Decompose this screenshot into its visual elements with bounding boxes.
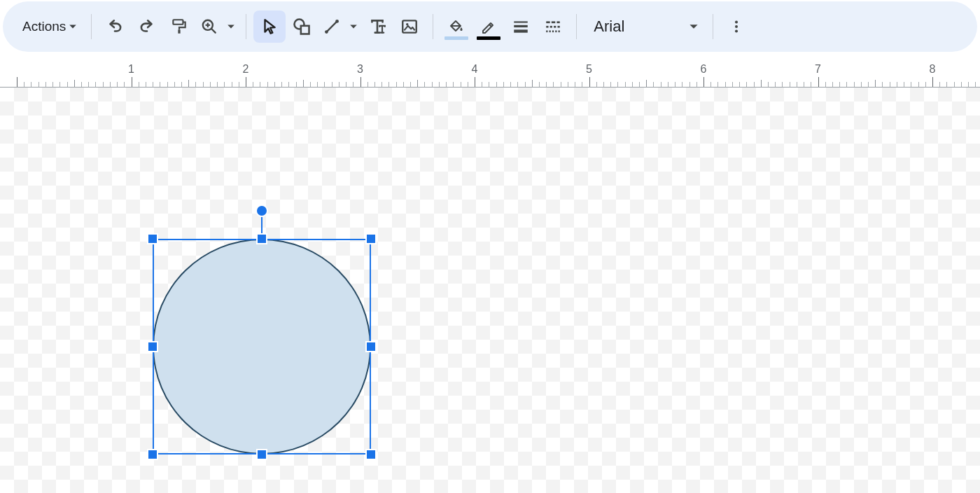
zoom-dropdown[interactable] [223,11,239,43]
resize-handle-s[interactable] [256,449,267,460]
ruler-tick [954,82,955,87]
ruler-tick [482,82,482,87]
resize-handle-sw[interactable] [147,449,158,460]
border-color-button[interactable] [472,11,505,43]
ruler-tick [475,77,475,87]
line-tool-button[interactable] [318,11,346,43]
ruler-tick [224,82,225,87]
caret-down-icon [349,22,358,31]
ruler-tick [617,82,618,87]
ruler-label: 5 [586,63,592,76]
undo-button[interactable] [99,11,131,43]
border-weight-button[interactable] [505,11,537,43]
ruler-tick [718,82,718,87]
ruler-tick [868,82,869,87]
ruler-tick [403,82,404,87]
line-dash-icon [543,18,563,36]
ruler-tick [503,82,504,87]
ruler-label: 6 [701,63,707,76]
paint-roller-icon [170,18,188,36]
ruler-tick [260,82,260,87]
svg-rect-24 [557,21,560,23]
ruler-tick [17,77,18,87]
ruler-tick [582,82,582,87]
fill-color-swatch [444,36,468,40]
ruler-tick [324,82,325,87]
ruler-tick [768,82,769,87]
ruler-label: 1 [128,63,134,76]
resize-handle-se[interactable] [365,449,377,460]
resize-handle-e[interactable] [365,341,377,352]
ruler-tick [167,82,168,87]
svg-point-36 [735,29,738,32]
redo-button[interactable] [131,11,163,43]
ruler-tick [153,82,153,87]
horizontal-ruler[interactable]: 12345678 [0,60,980,88]
ruler-tick [661,82,662,87]
rotation-handle[interactable] [255,204,268,217]
ruler-tick [95,82,96,87]
text-box-button[interactable] [361,11,393,43]
ruler-tick [489,82,489,87]
ruler-tick [696,82,697,87]
ruler-tick [539,82,540,87]
toolbar-separator [91,14,92,39]
svg-rect-32 [556,30,557,32]
ruler-label: 4 [472,63,478,76]
actions-menu-button[interactable]: Actions [15,15,84,39]
actions-menu-label: Actions [22,19,66,34]
border-dash-button[interactable] [537,11,569,43]
resize-handle-w[interactable] [147,341,158,352]
zoom-icon [200,18,218,36]
ruler-tick [296,82,297,87]
ruler-tick [725,82,726,87]
font-family-label: Arial [594,18,624,36]
resize-handle-ne[interactable] [365,233,377,244]
resize-handle-nw[interactable] [147,233,158,244]
svg-rect-23 [552,21,555,23]
ruler-tick [360,77,361,87]
ruler-tick [525,82,526,87]
ruler-tick [625,82,626,87]
ruler-tick [496,82,497,87]
fill-color-button[interactable] [440,11,472,43]
ruler-tick [904,82,904,87]
ruler-tick [382,82,382,87]
svg-rect-33 [559,30,560,32]
ruler-tick [368,82,368,87]
font-family-select[interactable]: Arial [584,11,706,43]
ruler-tick [396,82,397,87]
shape-tool-button[interactable] [286,11,318,43]
drawing-canvas[interactable] [0,88,980,493]
shape-ellipse[interactable] [153,239,371,454]
resize-handle-n[interactable] [256,233,267,244]
insert-image-button[interactable] [393,11,426,43]
ruler-tick [732,82,733,87]
ruler-tick [546,82,547,87]
main-toolbar: Actions [3,1,977,52]
ruler-tick [782,82,783,87]
line-tool-dropdown[interactable] [346,11,361,43]
svg-rect-21 [514,29,528,32]
ruler-tick [882,82,883,87]
ruler-tick [568,82,568,87]
ruler-tick [639,82,640,87]
select-tool-button[interactable] [253,11,286,43]
svg-rect-30 [550,30,551,32]
toolbar-separator [576,14,577,39]
zoom-button[interactable] [195,11,223,43]
line-icon [323,18,341,36]
ruler-tick [253,82,253,87]
toolbar-separator [433,14,433,39]
svg-rect-25 [547,26,549,28]
more-options-button[interactable] [720,11,752,43]
paint-format-button[interactable] [163,11,195,43]
ruler-tick [610,82,611,87]
ruler-tick [704,77,704,87]
ruler-tick [790,82,790,87]
ruler-tick [832,82,833,87]
ruler-tick [553,82,554,87]
ruler-tick [846,82,847,87]
ruler-tick [181,82,182,87]
ruler-label: 8 [930,63,936,76]
